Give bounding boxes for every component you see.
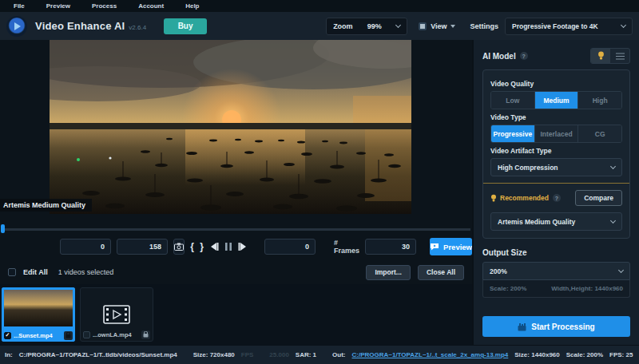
recommended-mode-button[interactable] xyxy=(591,49,610,63)
artifact-type-value: High Compression xyxy=(498,164,558,172)
fps-label: FPS xyxy=(241,351,254,358)
set-end-button[interactable]: } xyxy=(200,239,204,255)
file-strip: ✓ ...Sunset.mp4 xyxy=(0,284,472,345)
artifact-type-dropdown[interactable]: High Compression xyxy=(490,158,622,176)
stage: Artemis Medium Quality { } xyxy=(0,40,472,345)
thumbnail-sunset[interactable]: ✓ ...Sunset.mp4 xyxy=(2,287,75,342)
menu-file[interactable]: File xyxy=(14,2,25,10)
selection-status: 1 videos selected xyxy=(58,268,114,276)
bulb-icon xyxy=(597,51,605,61)
output-size-dropdown[interactable]: 200% xyxy=(482,262,630,280)
bulb-icon xyxy=(490,194,497,203)
type-interlaced-button[interactable]: Interlaced xyxy=(535,125,579,142)
lock-icon xyxy=(64,331,73,340)
import-button[interactable]: Import... xyxy=(366,265,411,280)
help-icon[interactable]: ? xyxy=(553,194,561,202)
quality-medium-button[interactable]: Medium xyxy=(535,92,579,109)
app-window: File Preview Process Account Help Video … xyxy=(0,0,639,364)
chevron-down-icon xyxy=(621,22,626,27)
thumbnail-checkbox[interactable] xyxy=(83,331,90,338)
header-bar: Video Enhance AI v2.6.4 Buy Zoom 99% Vie… xyxy=(0,12,639,40)
out-size: Size: 1440x960 xyxy=(514,351,560,358)
step-back-button[interactable] xyxy=(209,239,219,255)
model-settings-box: Video Quality Low Medium High Video Type… xyxy=(482,69,630,239)
recommended-row: Recommended ? Compare xyxy=(490,190,622,206)
chevron-down-icon xyxy=(395,22,401,27)
settings-panel: AI Model ? Video Quality Low Mediu xyxy=(472,40,639,345)
model-value: Artemis Medium Quality xyxy=(498,218,575,226)
model-dropdown[interactable]: Artemis Medium Quality xyxy=(490,212,622,231)
sunset-harbor-scene xyxy=(50,40,411,214)
chevron-down-icon xyxy=(610,217,616,223)
model-list-button[interactable] xyxy=(610,49,629,63)
recommended-divider xyxy=(483,183,629,184)
video-type-segment: Progressive Interlaced CG xyxy=(490,125,622,143)
help-icon[interactable]: ? xyxy=(520,52,528,60)
settings-label: Settings xyxy=(470,22,498,30)
timeline-scrubber[interactable] xyxy=(0,224,472,233)
thumbnail-checkbox[interactable]: ✓ xyxy=(4,332,11,339)
current-frame-input[interactable] xyxy=(264,239,316,255)
menu-help[interactable]: Help xyxy=(185,2,199,10)
compare-button[interactable]: Compare xyxy=(575,190,622,206)
thumbnail-filename: ...ownLA.mp4 xyxy=(93,331,132,338)
output-info-row: Scale: 200% Width,Height: 1440x960 xyxy=(482,280,630,298)
output-size-box: 200% Scale: 200% Width,Height: 1440x960 xyxy=(482,262,630,298)
menu-account[interactable]: Account xyxy=(138,2,164,10)
out-label: Out: xyxy=(332,351,345,358)
end-frame-input[interactable] xyxy=(117,239,168,255)
quality-low-button[interactable]: Low xyxy=(491,92,535,109)
current-model-overlay: Artemis Medium Quality xyxy=(0,199,92,212)
status-bar: In: C:/PROGRA~1/TOPAZL~1/T..tldb/videos/… xyxy=(0,345,639,364)
preview-button-label: Preview xyxy=(443,243,472,251)
app-version: v2.6.4 xyxy=(129,24,146,31)
processing-icon xyxy=(518,322,526,331)
zoom-control[interactable]: Zoom 99% xyxy=(326,18,407,35)
step-back-icon xyxy=(209,242,219,251)
out-scale: Scale: 200% xyxy=(566,351,603,358)
output-scale: Scale: 200% xyxy=(490,285,526,292)
type-progressive-button[interactable]: Progressive xyxy=(491,125,535,142)
step-forward-icon xyxy=(238,242,248,251)
type-cg-button[interactable]: CG xyxy=(578,125,621,142)
video-preview[interactable] xyxy=(50,40,411,214)
settings-dropdown[interactable]: Progressive Footage to 4K xyxy=(505,18,633,35)
view-control[interactable]: View xyxy=(419,22,455,30)
edit-all-checkbox[interactable] xyxy=(8,268,16,276)
artifact-type-label: Video Artifact Type xyxy=(490,147,622,155)
thumbnail-image xyxy=(4,290,73,326)
snapshot-button[interactable] xyxy=(173,239,185,255)
start-frame-input[interactable] xyxy=(60,239,111,255)
thumbnail-downla[interactable]: ...ownLA.mp4 xyxy=(80,287,153,342)
recommended-label: Recommended xyxy=(500,194,549,202)
sar-value: SAR: 1 xyxy=(296,351,316,358)
view-label: View xyxy=(431,22,447,30)
close-all-button[interactable]: Close All xyxy=(418,265,464,280)
buy-button[interactable]: Buy xyxy=(164,18,207,34)
menu-preview[interactable]: Preview xyxy=(46,2,70,10)
step-forward-button[interactable] xyxy=(238,239,248,255)
video-type-label: Video Type xyxy=(490,113,622,121)
zoom-value: 99% xyxy=(367,22,382,30)
start-processing-button[interactable]: Start Processing xyxy=(482,316,630,337)
edit-all-label: Edit All xyxy=(23,268,48,276)
chevron-down-icon xyxy=(618,267,624,272)
output-size-label: Output Size xyxy=(482,248,630,257)
caret-down-icon xyxy=(450,25,455,28)
pause-button[interactable] xyxy=(224,239,232,255)
menu-process[interactable]: Process xyxy=(92,2,117,10)
out-path-link[interactable]: C:/PROGRA~1/TOPAZL~1/..t_scale_2x_amq-13… xyxy=(352,351,509,358)
app-logo-icon xyxy=(6,16,27,37)
frames-label: # Frames xyxy=(334,239,359,255)
frames-count-input[interactable] xyxy=(365,239,416,255)
set-start-button[interactable]: { xyxy=(190,239,194,255)
preview-button[interactable]: Preview xyxy=(430,238,472,255)
ai-model-title: AI Model xyxy=(482,52,516,61)
in-label: In: xyxy=(5,351,13,358)
list-icon xyxy=(616,53,625,60)
view-icon xyxy=(419,22,427,30)
preview-bubble-icon xyxy=(430,243,439,251)
start-processing-label: Start Processing xyxy=(531,322,594,331)
playhead[interactable] xyxy=(1,224,5,233)
quality-high-button[interactable]: High xyxy=(578,92,621,109)
